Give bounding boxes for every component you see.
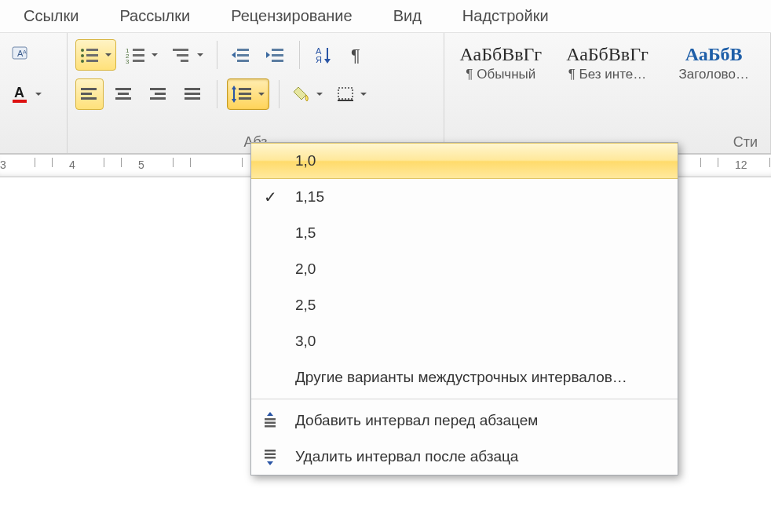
menu-item-label: 3,0 (295, 333, 316, 350)
increase-indent-button[interactable] (261, 39, 290, 71)
font-color-button[interactable]: A (8, 78, 46, 110)
svg-rect-42 (185, 93, 200, 95)
numbering-button[interactable]: 123 (122, 39, 162, 71)
svg-text:Я: Я (316, 55, 322, 64)
group-font-partial: Aᴬ A (0, 33, 68, 153)
menu-item-label: 2,0 (295, 261, 316, 278)
svg-marker-46 (232, 99, 236, 103)
line-spacing-option-2-0[interactable]: 2,0 (251, 251, 678, 287)
svg-rect-3 (13, 100, 27, 103)
svg-rect-39 (155, 93, 166, 95)
svg-text:3: 3 (126, 58, 130, 64)
ruler-tick: 12 (735, 159, 747, 171)
decrease-indent-button[interactable] (227, 39, 255, 71)
multilevel-list-button[interactable] (168, 39, 207, 71)
style-name-label: Заголово… (665, 67, 762, 82)
group-label-font (8, 148, 59, 151)
align-justify-button[interactable] (179, 78, 207, 110)
style-name-label: ¶ Без инте… (559, 67, 656, 82)
char-shading-button[interactable]: Aᴬ (8, 39, 36, 71)
sort-button[interactable]: AЯ (309, 39, 338, 71)
group-paragraph: 123 AЯ ¶ (68, 33, 444, 153)
add-space-before-paragraph[interactable]: Добавить интервал перед абзацем (251, 403, 678, 439)
borders-button[interactable] (333, 78, 371, 110)
ruler-tick: 4 (69, 159, 75, 171)
tab-review[interactable]: Рецензирование (231, 7, 352, 25)
svg-rect-37 (115, 97, 131, 100)
tab-references[interactable]: Ссылки (24, 7, 79, 25)
space-after-icon (258, 444, 283, 469)
bullets-button[interactable] (75, 39, 116, 71)
svg-rect-36 (118, 93, 129, 95)
menu-item-label: 1,0 (295, 152, 316, 169)
svg-marker-26 (266, 52, 270, 58)
svg-rect-24 (272, 54, 283, 56)
svg-text:Aᴬ: Aᴬ (17, 49, 27, 58)
line-spacing-option-1-0[interactable]: 1,0 (251, 143, 678, 179)
line-spacing-option-2-5[interactable]: 2,5 (251, 287, 678, 323)
line-spacing-option-3-0[interactable]: 3,0 (251, 323, 678, 359)
shading-button[interactable] (289, 78, 327, 110)
menu-item-label: 1,5 (295, 224, 316, 242)
svg-rect-33 (81, 93, 92, 95)
style-normal[interactable]: АаБбВвГг ¶ Обычный (452, 44, 550, 82)
align-center-button[interactable] (110, 78, 138, 110)
svg-rect-23 (272, 49, 283, 51)
menu-item-label: Добавить интервал перед абзацем (295, 412, 538, 429)
svg-rect-54 (265, 422, 276, 425)
svg-rect-41 (185, 88, 200, 90)
svg-text:¶: ¶ (351, 46, 360, 64)
style-name-label: ¶ Обычный (452, 67, 550, 82)
style-heading-1[interactable]: АаБбВ Заголово… (665, 44, 762, 82)
svg-rect-34 (81, 97, 97, 100)
menu-icon-slot (258, 257, 283, 282)
remove-space-after-paragraph[interactable]: Удалить интервал после абзаца (251, 439, 678, 475)
menu-separator (251, 399, 678, 399)
tab-mailings[interactable]: Рассылки (119, 7, 190, 25)
svg-marker-30 (324, 59, 331, 64)
group-styles: АаБбВвГг ¶ Обычный АаБбВвГг ¶ Без инте… … (444, 33, 771, 153)
svg-rect-9 (86, 60, 98, 62)
svg-rect-16 (173, 49, 188, 51)
svg-rect-55 (265, 425, 276, 428)
svg-rect-53 (265, 418, 276, 421)
menu-icon-slot (258, 365, 283, 390)
line-spacing-menu: 1,0 ✓ 1,15 1,5 2,0 2,5 3,0 Другие вариан… (250, 142, 678, 476)
ruler-tick: 3 (0, 159, 6, 171)
tab-addins[interactable]: Надстройки (462, 7, 549, 25)
svg-rect-7 (86, 54, 98, 56)
svg-rect-58 (265, 457, 276, 459)
menu-icon-slot (258, 329, 283, 354)
svg-rect-25 (272, 60, 283, 62)
ribbon-tabs: Ссылки Рассылки Рецензирование Вид Надст… (0, 0, 771, 33)
style-sample: АаБбВ (665, 44, 762, 65)
tab-view[interactable]: Вид (393, 7, 422, 25)
svg-marker-59 (267, 461, 273, 465)
align-left-button[interactable] (75, 78, 104, 110)
separator (299, 41, 300, 69)
svg-rect-49 (239, 97, 251, 100)
svg-rect-15 (133, 60, 144, 62)
svg-point-4 (81, 49, 84, 52)
svg-rect-40 (150, 97, 166, 100)
svg-rect-11 (133, 49, 144, 51)
svg-rect-5 (86, 49, 98, 51)
align-right-button[interactable] (144, 78, 173, 110)
svg-rect-38 (150, 88, 166, 90)
ribbon: Aᴬ A 123 (0, 33, 771, 154)
svg-rect-56 (265, 450, 276, 452)
menu-item-label: Другие варианты междустрочных интервалов… (295, 369, 627, 386)
svg-point-8 (81, 60, 84, 63)
menu-icon-slot (258, 148, 283, 173)
line-spacing-option-1-15[interactable]: ✓ 1,15 (251, 179, 678, 215)
line-spacing-option-1-5[interactable]: 1,5 (251, 215, 678, 251)
show-hide-marks-button[interactable]: ¶ (344, 39, 372, 71)
menu-icon-slot (258, 293, 283, 318)
line-spacing-options-more[interactable]: Другие варианты междустрочных интервалов… (251, 359, 678, 395)
style-no-spacing[interactable]: АаБбВвГг ¶ Без инте… (559, 44, 656, 82)
line-spacing-button[interactable] (227, 78, 269, 110)
svg-rect-35 (115, 88, 131, 90)
svg-text:A: A (14, 85, 24, 100)
checkmark-icon: ✓ (258, 184, 283, 210)
separator (217, 41, 217, 69)
